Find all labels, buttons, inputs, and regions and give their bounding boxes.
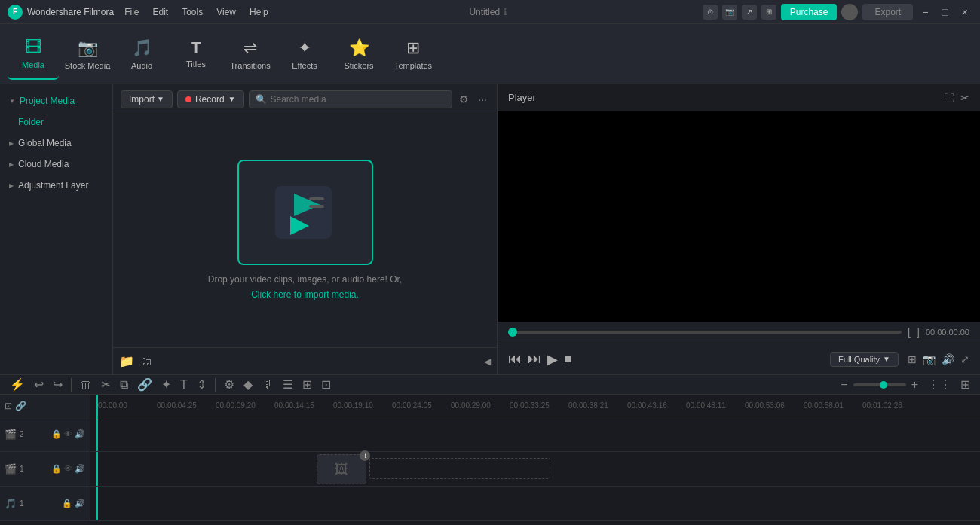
- drop-zone[interactable]: [237, 160, 373, 265]
- playhead-cursor: [96, 395, 98, 417]
- zoom-handle[interactable]: [880, 381, 887, 389]
- tl-copy-icon[interactable]: ⧉: [118, 376, 130, 394]
- snapshot-ctrl-icon[interactable]: 📷: [923, 353, 936, 365]
- player-screen: [498, 111, 980, 322]
- drop-zone-track1[interactable]: [369, 458, 550, 479]
- zoom-bar[interactable]: [853, 383, 906, 386]
- media-icon: 🎞: [25, 38, 41, 57]
- tl-settings-icon[interactable]: ⚙: [222, 375, 237, 394]
- avatar[interactable]: [841, 4, 858, 20]
- panel-global-media[interactable]: ▶ Global Media: [0, 133, 112, 154]
- timeline-zoom: − +: [838, 376, 920, 394]
- panel-project-media[interactable]: ▼ Project Media: [0, 90, 112, 111]
- panel-adjustment-layer[interactable]: ▶ Adjustment Layer: [0, 175, 112, 196]
- placeholder-add-icon: +: [360, 450, 370, 461]
- tl-cut-icon[interactable]: ✂: [99, 375, 113, 394]
- add-folder-icon[interactable]: 📁: [119, 354, 134, 368]
- media-toolbar: Import ▼ Record ▼ 🔍 ⚙ ···: [113, 84, 497, 114]
- panel-cloud-media[interactable]: ▶ Cloud Media: [0, 154, 112, 175]
- video1-actions: 🔒 👁 🔊: [51, 464, 85, 474]
- more-options-icon[interactable]: ···: [476, 91, 489, 108]
- player-fullscreen-icon[interactable]: ⛶: [944, 92, 954, 104]
- tl-more-icon[interactable]: ⋮⋮: [925, 375, 954, 394]
- menu-tools[interactable]: Tools: [176, 5, 209, 20]
- player-bracket-left[interactable]: [: [908, 326, 911, 338]
- scrubber-handle[interactable]: [508, 328, 517, 337]
- toolbar-transitions[interactable]: ⇌ Transitions: [225, 29, 276, 80]
- toolbar-stickers[interactable]: ⭐ Stickers: [333, 29, 384, 80]
- screen-record-btn[interactable]: ⊙: [703, 5, 718, 20]
- menu-edit[interactable]: Edit: [147, 5, 175, 20]
- player-crop-icon[interactable]: ✂: [960, 92, 969, 104]
- toolbar-titles[interactable]: T Titles: [170, 29, 222, 80]
- menu-help[interactable]: Help: [243, 5, 274, 20]
- tracks-area: 🎬 2 🔒 👁 🔊 🎬: [0, 417, 980, 525]
- import-link[interactable]: Click here to import media.: [251, 289, 359, 300]
- toolbar-media[interactable]: 🎞 Media: [8, 29, 59, 80]
- tl-delete-icon[interactable]: 🗑: [78, 376, 94, 394]
- next-frame-btn[interactable]: ⏭: [528, 351, 541, 367]
- prev-frame-btn[interactable]: ⏮: [508, 351, 522, 367]
- purchase-button[interactable]: Purchase: [781, 4, 838, 20]
- menu-file[interactable]: File: [118, 5, 145, 20]
- stop-btn[interactable]: ■: [564, 351, 572, 367]
- grid-btn[interactable]: ⊞: [761, 5, 776, 20]
- play-btn[interactable]: ▶: [547, 351, 558, 368]
- video2-hide-icon[interactable]: 👁: [64, 429, 72, 439]
- panel-folder[interactable]: Folder: [0, 111, 112, 133]
- tl-redo-icon[interactable]: ↪: [51, 375, 65, 394]
- info-icon[interactable]: ℹ: [504, 7, 507, 17]
- tl-undo-icon[interactable]: ↩: [32, 375, 46, 394]
- tl-speed-icon[interactable]: ⇕: [194, 375, 209, 394]
- minimize-button[interactable]: −: [917, 6, 933, 18]
- tl-edit2-icon[interactable]: ⊡: [319, 375, 333, 394]
- filter-icon[interactable]: ⚙: [457, 91, 471, 108]
- tracks-list: 🎬 2 🔒 👁 🔊 🎬: [0, 417, 980, 525]
- fit-screen-icon[interactable]: ⤢: [960, 353, 969, 365]
- toolbar-audio[interactable]: 🎵 Audio: [116, 29, 167, 80]
- tl-snap-icon[interactable]: ⊞: [300, 375, 314, 394]
- tl-text-icon[interactable]: T: [178, 376, 190, 394]
- player-bracket-right[interactable]: ]: [917, 326, 920, 338]
- video2-volume-icon[interactable]: 🔊: [75, 429, 85, 439]
- maximize-button[interactable]: □: [937, 6, 952, 18]
- quality-button[interactable]: Full Quality ▼: [830, 352, 899, 367]
- toolbar-effects-label: Effects: [292, 61, 317, 70]
- volume-icon[interactable]: 🔊: [942, 353, 954, 365]
- zoom-in-icon[interactable]: +: [909, 376, 920, 394]
- menu-view[interactable]: View: [210, 5, 242, 20]
- new-folder-icon[interactable]: 🗂: [140, 355, 152, 368]
- collapse-panel-btn[interactable]: ◀: [484, 356, 491, 367]
- tl-link-icon[interactable]: 🔗: [135, 375, 155, 394]
- toolbar-effects[interactable]: ✦ Effects: [279, 29, 330, 80]
- search-input[interactable]: [271, 94, 446, 105]
- video2-lock-icon[interactable]: 🔒: [51, 429, 62, 439]
- tl-panel-icon[interactable]: ☰: [280, 375, 296, 394]
- scrubber-bar[interactable]: [508, 331, 902, 334]
- video1-lock-icon[interactable]: 🔒: [51, 464, 62, 474]
- import-button[interactable]: Import ▼: [121, 90, 173, 108]
- zoom-out-icon[interactable]: −: [838, 376, 850, 394]
- tl-split-icon[interactable]: ⚡: [8, 375, 27, 394]
- split-screen-icon[interactable]: ⊞: [908, 353, 917, 365]
- tl-expand-icon[interactable]: ⊞: [958, 375, 972, 394]
- video1-volume-icon[interactable]: 🔊: [75, 464, 85, 474]
- snapshot-btn[interactable]: 📷: [722, 5, 737, 20]
- timeline: ⚡ ↩ ↪ 🗑 ✂ ⧉ 🔗 ✦ T ⇕ ⚙ ◆ 🎙 ☰ ⊞ ⊡ − + ⋮⋮ ⊞: [0, 374, 980, 525]
- export-button[interactable]: Export: [862, 4, 913, 20]
- record-button[interactable]: Record ▼: [177, 90, 244, 108]
- player-scrubber[interactable]: [ ] 00:00:00:00: [498, 322, 980, 343]
- toolbar-stock-media[interactable]: 📷 Stock Media: [62, 29, 113, 80]
- tl-marker-icon[interactable]: ◆: [241, 375, 255, 394]
- toolbar-templates[interactable]: ⊞ Templates: [387, 29, 439, 80]
- title-bar: F Wondershare Filmora File Edit Tools Vi…: [0, 0, 980, 24]
- tl-mic-icon[interactable]: 🎙: [259, 376, 276, 394]
- drop-target-placeholder[interactable]: 🖼 +: [317, 454, 366, 484]
- video1-hide-icon[interactable]: 👁: [64, 464, 72, 474]
- close-button[interactable]: ×: [957, 6, 972, 18]
- share-btn[interactable]: ↗: [742, 5, 757, 20]
- audio1-volume-icon[interactable]: 🔊: [75, 499, 85, 508]
- audio1-lock-icon[interactable]: 🔒: [62, 499, 72, 508]
- tl-crop-icon[interactable]: ✦: [159, 375, 173, 394]
- ruler-mark: 00:00:58:01: [804, 401, 862, 410]
